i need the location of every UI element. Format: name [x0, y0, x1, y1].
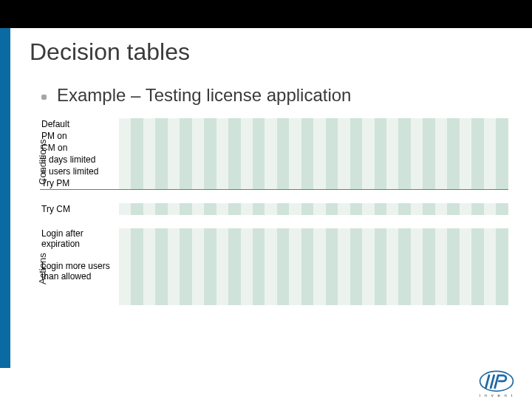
table-cell [435, 282, 447, 293]
table-cell [168, 177, 180, 190]
table-cell [460, 166, 471, 177]
table-cell [447, 293, 459, 305]
table-cell [447, 166, 459, 177]
row-label [40, 282, 119, 293]
table-cell [338, 166, 349, 177]
table-row: # users limited [40, 166, 508, 177]
table-cell [386, 282, 398, 293]
table-cell [155, 228, 167, 249]
table-cell [192, 282, 204, 293]
table-cell [435, 142, 447, 154]
table-cell [386, 154, 398, 166]
table-cell [411, 282, 423, 293]
table-cell [301, 142, 313, 154]
table-cell [362, 261, 374, 282]
table-cell [386, 166, 398, 177]
conditions-section-label: Conditions [37, 140, 48, 185]
table-cell [375, 142, 386, 154]
table-cell [228, 261, 240, 282]
table-cell [168, 154, 180, 166]
table-cell [496, 166, 508, 177]
table-row: CM on [40, 142, 508, 154]
table-cell [362, 166, 374, 177]
table-cell [216, 130, 228, 142]
table-row: Default [40, 118, 508, 130]
table-cell [192, 249, 204, 261]
table-cell [423, 228, 434, 249]
table-cell [143, 249, 155, 261]
table-cell [460, 177, 471, 190]
table-cell [301, 249, 313, 261]
table-cell [216, 203, 228, 215]
table-cell [435, 261, 447, 282]
table-cell [301, 130, 313, 142]
table-cell [447, 282, 459, 293]
table-cell [131, 228, 143, 249]
table-cell [216, 261, 228, 282]
table-cell [119, 261, 131, 282]
table-cell [423, 282, 434, 293]
table-cell [423, 142, 434, 154]
table-cell [228, 228, 240, 249]
row-label: CM on [40, 142, 119, 154]
table-cell [289, 142, 301, 154]
table-cell [143, 177, 155, 190]
table-cell [435, 118, 447, 130]
table-cell [119, 130, 131, 142]
table-cell [131, 261, 143, 282]
table-cell [119, 249, 131, 261]
table-cell [496, 142, 508, 154]
table-cell [496, 261, 508, 282]
table-cell [277, 282, 289, 293]
table-cell [289, 130, 301, 142]
table-cell [265, 118, 276, 130]
table-cell [265, 142, 276, 154]
table-cell [484, 177, 496, 190]
table-cell [326, 177, 338, 190]
table-cell [253, 154, 265, 166]
table-cell [241, 203, 253, 215]
table-cell [228, 177, 240, 190]
table-cell [216, 249, 228, 261]
table-cell [350, 118, 362, 130]
table-cell [228, 166, 240, 177]
row-label [40, 293, 119, 305]
table-cell [180, 154, 191, 166]
table-cell [375, 249, 386, 261]
table-cell [398, 166, 410, 177]
table-cell [496, 293, 508, 305]
table-cell [313, 228, 325, 249]
footer: i n v e n t [0, 368, 532, 399]
table-cell [143, 261, 155, 282]
table-row [40, 249, 508, 261]
table-cell [253, 177, 265, 190]
slide-title: Decision tables [30, 38, 190, 66]
table-cell [241, 282, 253, 293]
table-cell [168, 203, 180, 215]
table-cell [375, 282, 386, 293]
table-cell [496, 177, 508, 190]
table-cell [460, 118, 471, 130]
table-cell [289, 177, 301, 190]
table-cell [253, 130, 265, 142]
table-row: Try PM [40, 177, 508, 190]
table-cell [460, 130, 471, 142]
table-cell [484, 293, 496, 305]
table-cell [411, 154, 423, 166]
table-cell [326, 142, 338, 154]
table-cell [411, 142, 423, 154]
table-cell [313, 166, 325, 177]
table-cell [447, 203, 459, 215]
table-cell [313, 154, 325, 166]
hp-logo-icon [476, 369, 517, 395]
table-cell [155, 130, 167, 142]
row-label: Default [40, 118, 119, 130]
table-cell [253, 203, 265, 215]
table-cell [168, 118, 180, 130]
table-cell [350, 203, 362, 215]
table-cell [471, 142, 483, 154]
table-cell [398, 203, 410, 215]
table-cell [375, 293, 386, 305]
table-cell [423, 177, 434, 190]
table-cell [180, 118, 191, 130]
